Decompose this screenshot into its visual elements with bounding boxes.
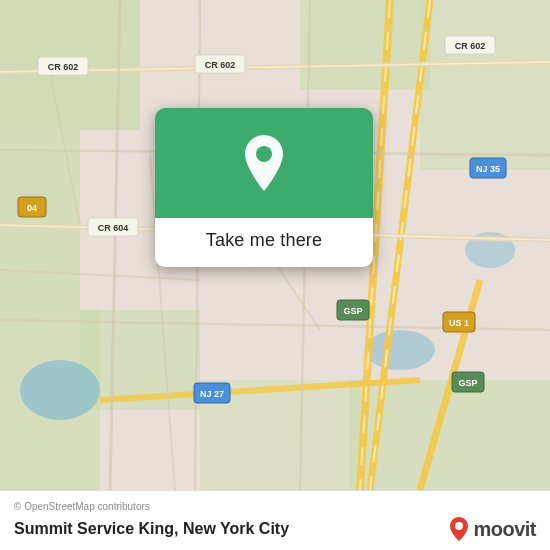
svg-point-9: [20, 360, 100, 420]
map-container: CR 602 CR 602 CR 602 CR 604 CR 604 NJ 35…: [0, 0, 550, 490]
svg-point-55: [455, 522, 463, 530]
svg-text:NJ 35: NJ 35: [476, 164, 500, 174]
svg-text:CR 602: CR 602: [205, 60, 236, 70]
svg-text:US 1: US 1: [449, 318, 469, 328]
popup-header: [155, 108, 373, 218]
svg-text:CR 604: CR 604: [98, 223, 129, 233]
svg-text:04: 04: [27, 203, 37, 213]
attribution-text: © OpenStreetMap contributors: [14, 501, 536, 512]
svg-rect-5: [300, 0, 430, 90]
location-pin-icon: [237, 133, 291, 193]
svg-text:CR 602: CR 602: [48, 62, 79, 72]
svg-text:GSP: GSP: [458, 378, 477, 388]
take-me-there-button[interactable]: Take me there: [206, 230, 322, 251]
location-name-row: Summit Service King, New York City moovi…: [14, 516, 536, 542]
bottom-bar: © OpenStreetMap contributors Summit Serv…: [0, 490, 550, 550]
svg-point-10: [365, 330, 435, 370]
svg-text:CR 602: CR 602: [455, 41, 486, 51]
popup-body: Take me there: [155, 218, 373, 267]
svg-point-54: [256, 146, 272, 162]
svg-rect-6: [420, 0, 550, 170]
svg-text:GSP: GSP: [343, 306, 362, 316]
popup-card: Take me there: [155, 108, 373, 267]
svg-text:NJ 27: NJ 27: [200, 389, 224, 399]
moovit-brand-text: moovit: [473, 518, 536, 541]
location-name: Summit Service King, New York City: [14, 520, 289, 538]
svg-rect-2: [0, 130, 80, 310]
moovit-pin-icon: [448, 516, 470, 542]
moovit-logo: moovit: [448, 516, 536, 542]
